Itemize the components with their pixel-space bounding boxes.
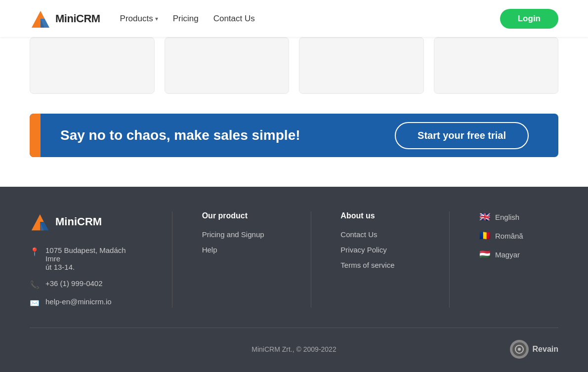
footer-about-col: About us Contact Us Privacy Policy Terms… bbox=[340, 211, 420, 308]
footer-link-privacy[interactable]: Privacy Policy bbox=[340, 246, 420, 254]
footer-phone-item: 📞 +36 (1) 999-0402 bbox=[30, 279, 142, 289]
nav-links: Products ▾ Pricing Contact Us bbox=[120, 14, 255, 24]
flag-romanian-icon: 🇷🇴 bbox=[479, 230, 490, 241]
footer-our-product-col: Our product Pricing and Signup Help bbox=[202, 211, 281, 308]
nav-products[interactable]: Products ▾ bbox=[120, 14, 158, 24]
footer-link-help[interactable]: Help bbox=[202, 246, 281, 254]
cards-section bbox=[0, 37, 588, 114]
revain-logo-icon bbox=[510, 340, 529, 359]
footer: MiniCRM 📍 1075 Budapest, Madách Imreút 1… bbox=[0, 187, 588, 372]
footer-top: MiniCRM 📍 1075 Budapest, Madách Imreút 1… bbox=[30, 211, 558, 308]
footer-copyright: MiniCRM Zrt., © 2009-2022 bbox=[206, 345, 382, 353]
cta-banner: Say no to chaos, make sales simple! Star… bbox=[30, 114, 558, 157]
lang-english-label: English bbox=[495, 213, 519, 221]
lang-hungarian-label: Magyar bbox=[495, 250, 520, 259]
revain-circle-icon bbox=[512, 342, 526, 356]
products-chevron-icon: ▾ bbox=[155, 15, 158, 22]
logo[interactable]: MiniCRM bbox=[30, 8, 100, 30]
cta-tagline: Say no to chaos, make sales simple! bbox=[60, 114, 395, 157]
footer-address: 1075 Budapest, Madách Imreút 13-14. bbox=[45, 246, 142, 271]
revain-label: Revain bbox=[533, 345, 558, 354]
login-button[interactable]: Login bbox=[500, 9, 558, 29]
svg-point-8 bbox=[518, 348, 521, 351]
logo-text: MiniCRM bbox=[55, 12, 100, 25]
footer-logo-icon bbox=[30, 211, 50, 232]
footer-phone: +36 (1) 999-0402 bbox=[45, 279, 103, 288]
footer-link-contact[interactable]: Contact Us bbox=[340, 230, 420, 239]
footer-divider-1 bbox=[172, 211, 172, 308]
card-4 bbox=[434, 37, 559, 94]
footer-email: help-en@minicrm.io bbox=[45, 297, 112, 306]
footer-bottom: MiniCRM Zrt., © 2009-2022 Revain bbox=[30, 328, 558, 359]
footer-logo-col: MiniCRM 📍 1075 Budapest, Madách Imreút 1… bbox=[30, 211, 142, 308]
footer-divider-2 bbox=[311, 211, 311, 308]
cta-orange-bar bbox=[30, 114, 41, 157]
nav-contact[interactable]: Contact Us bbox=[213, 14, 255, 24]
cta-section: Say no to chaos, make sales simple! Star… bbox=[0, 114, 588, 187]
card-2 bbox=[165, 37, 290, 94]
footer-logo-area[interactable]: MiniCRM bbox=[30, 211, 142, 232]
footer-link-pricing-signup[interactable]: Pricing and Signup bbox=[202, 230, 281, 239]
revain-area[interactable]: Revain bbox=[382, 340, 558, 359]
footer-logo-text: MiniCRM bbox=[55, 215, 102, 228]
start-trial-button[interactable]: Start your free trial bbox=[395, 122, 529, 149]
footer-email-item: ✉️ help-en@minicrm.io bbox=[30, 297, 142, 308]
nav-pricing[interactable]: Pricing bbox=[173, 14, 199, 24]
our-product-title: Our product bbox=[202, 211, 281, 220]
logo-icon bbox=[30, 8, 51, 30]
svg-marker-1 bbox=[41, 11, 49, 28]
footer-link-terms[interactable]: Terms of service bbox=[340, 261, 420, 269]
lang-romanian[interactable]: 🇷🇴 Română bbox=[479, 230, 558, 241]
location-icon: 📍 bbox=[30, 247, 40, 256]
navbar-left: MiniCRM Products ▾ Pricing Contact Us bbox=[30, 8, 255, 30]
card-1 bbox=[30, 37, 155, 94]
lang-romanian-label: Română bbox=[495, 232, 523, 240]
flag-hungarian-icon: 🇭🇺 bbox=[479, 249, 490, 260]
footer-lang-col: 🇬🇧 English 🇷🇴 Română 🇭🇺 Magyar bbox=[479, 211, 558, 308]
about-us-title: About us bbox=[340, 211, 420, 220]
footer-contact-items: 📍 1075 Budapest, Madách Imreút 13-14. 📞 … bbox=[30, 246, 142, 308]
lang-english[interactable]: 🇬🇧 English bbox=[479, 211, 558, 222]
lang-hungarian[interactable]: 🇭🇺 Magyar bbox=[479, 249, 558, 260]
footer-divider-3 bbox=[449, 211, 450, 308]
navbar: MiniCRM Products ▾ Pricing Contact Us Lo… bbox=[0, 0, 588, 37]
flag-english-icon: 🇬🇧 bbox=[479, 211, 490, 222]
card-3 bbox=[299, 37, 424, 94]
email-icon: ✉️ bbox=[30, 298, 40, 308]
svg-marker-4 bbox=[40, 214, 48, 230]
footer-address-item: 📍 1075 Budapest, Madách Imreút 13-14. bbox=[30, 246, 142, 271]
phone-icon: 📞 bbox=[30, 280, 40, 289]
